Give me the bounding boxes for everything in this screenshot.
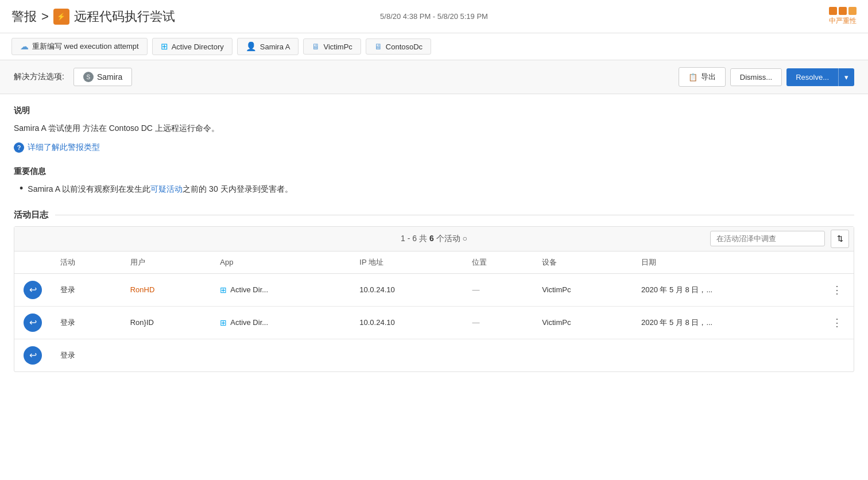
description-title: 说明 (14, 106, 854, 116)
time-range: 5/8/20 4:38 PM - 5/8/20 5:19 PM (380, 12, 488, 21)
toolbar: 解决方法选项: S Samira 📋 导出 Dismiss... Resolve… (0, 60, 868, 94)
row1-icon-cell: ↩ (14, 273, 51, 306)
row1-ip: 10.0.24.10 (350, 273, 463, 306)
learn-more-label: 详细了解此警报类型 (28, 142, 100, 153)
suspicious-activity-link[interactable]: 可疑活动 (150, 184, 183, 193)
th-device: 设备 (533, 251, 632, 274)
table-row: ↩ 登录 Ron}ID ⊞ Active Dir... (14, 306, 854, 339)
row2-more-button[interactable]: ⋮ (830, 317, 844, 328)
row3-ip (350, 339, 463, 371)
row3-more (820, 339, 854, 371)
row3-activity: 登录 (51, 339, 121, 371)
tab-samira[interactable]: 👤 Samira A (237, 38, 299, 55)
alert-icon: ⚡ (53, 9, 69, 25)
activity-section: 活动日志 1 - 6 共 6 个活动 ○ ⇅ (14, 210, 854, 372)
row1-location: — (463, 273, 533, 306)
row1-activity-icon: ↩ (24, 281, 42, 299)
spinner: ○ (462, 234, 467, 243)
row1-user[interactable]: RonHD (121, 273, 211, 306)
important-list: • Samira A 以前没有观察到在发生此可疑活动之前的 30 天内登录到受害… (14, 183, 854, 195)
tab-rewrite-label: 重新编写 wed execution attempt (32, 41, 139, 52)
windows-icon-ad: ⊞ (161, 41, 168, 52)
row3-user (121, 339, 211, 371)
title-area: 警报 > ⚡ 远程代码执行尝试 (11, 8, 175, 25)
th-app: App (211, 251, 350, 274)
resolve-button[interactable]: Resolve... (786, 68, 838, 86)
bullet-dot: • (20, 183, 23, 195)
important-item-0: Samira A 以前没有观察到在发生此可疑活动之前的 30 天内登录到受害者。 (28, 183, 292, 195)
th-user: 用户 (121, 251, 211, 274)
count-range: 1 - 6 共 6 个活动 (401, 234, 460, 243)
row1-device: VictimPc (533, 273, 632, 306)
row3-location (463, 339, 533, 371)
activity-table-wrapper: 1 - 6 共 6 个活动 ○ ⇅ 活动 用户 App (14, 226, 854, 372)
th-location: 位置 (463, 251, 533, 274)
description-text: Samira A 尝试使用 方法在 Contoso DC 上远程运行命令。 (14, 122, 854, 134)
tab-bar: ☁ 重新编写 wed execution attempt ⊞ Active Di… (0, 33, 868, 60)
learn-more-link[interactable]: ? 详细了解此警报类型 (14, 142, 854, 153)
th-date: 日期 (632, 251, 820, 274)
export-icon: 📋 (688, 73, 698, 82)
activity-search-input[interactable] (710, 231, 825, 246)
row3-app (211, 339, 350, 371)
row2-icon-cell: ↩ (14, 306, 51, 339)
activity-header-row: 活动日志 (14, 210, 854, 220)
page-header: 警报 > ⚡ 远程代码执行尝试 5/8/20 4:38 PM - 5/8/20 … (0, 0, 868, 33)
row1-more-button[interactable]: ⋮ (830, 284, 844, 296)
toolbar-right: 📋 导出 Dismiss... Resolve... ▾ (679, 67, 854, 87)
tab-ad-label: Active Directory (172, 42, 224, 51)
resolution-label: 解决方法选项: (14, 72, 64, 82)
activity-table-toolbar: 1 - 6 共 6 个活动 ○ ⇅ (14, 227, 854, 251)
activity-table-head: 活动 用户 App IP 地址 位置 设备 日期 (14, 251, 854, 274)
row2-ip: 10.0.24.10 (350, 306, 463, 339)
dismiss-button[interactable]: Dismiss... (730, 68, 782, 86)
windows-icon-row2: ⊞ (220, 318, 227, 327)
user-name: Samira (97, 72, 122, 82)
row3-activity-icon: ↩ (24, 346, 42, 365)
row3-icon-cell: ↩ (14, 339, 51, 371)
severity-dot-1 (829, 7, 837, 15)
help-icon: ? (14, 142, 24, 153)
alert-gt: > (41, 9, 49, 24)
tab-contosodc-label: ContosoDc (386, 42, 423, 51)
windows-icon-row1: ⊞ (220, 285, 227, 295)
list-item: • Samira A 以前没有观察到在发生此可疑活动之前的 30 天内登录到受害… (20, 183, 854, 195)
severity-area: 中严重性 (829, 7, 857, 26)
tab-rewrite[interactable]: ☁ 重新编写 wed execution attempt (11, 38, 148, 55)
th-actions (820, 251, 854, 274)
resolve-button-group: Resolve... ▾ (786, 68, 854, 86)
activity-table: 活动 用户 App IP 地址 位置 设备 日期 (14, 251, 854, 371)
important-title: 重要信息 (14, 167, 854, 177)
pc-icon-victim: 🖥 (312, 42, 320, 51)
row2-location: — (463, 306, 533, 339)
th-ip: IP 地址 (350, 251, 463, 274)
tab-contosodc[interactable]: 🖥 ContosoDc (366, 38, 431, 55)
row2-date: 2020 年 5 月 8 日，... (632, 306, 820, 339)
row1-date: 2020 年 5 月 8 日，... (632, 273, 820, 306)
user-tag[interactable]: S Samira (73, 68, 132, 86)
export-button[interactable]: 📋 导出 (679, 67, 726, 87)
row2-app: ⊞ Active Dir... (211, 306, 350, 339)
row2-device: VictimPc (533, 306, 632, 339)
activity-log-title: 活动日志 (14, 210, 48, 220)
severity-dot-2 (839, 7, 847, 15)
activity-table-body: ↩ 登录 RonHD ⊞ Active Dir... (14, 273, 854, 371)
export-label: 导出 (701, 72, 716, 82)
row2-app-name: Active Dir... (230, 318, 268, 327)
row2-activity-icon: ↩ (24, 313, 42, 332)
severity-label: 中严重性 (829, 16, 857, 26)
dismiss-label: Dismiss... (740, 73, 772, 82)
row3-device (533, 339, 632, 371)
resolve-dropdown-arrow[interactable]: ▾ (838, 68, 854, 86)
row1-user-link[interactable]: RonHD (130, 285, 155, 294)
activity-settings-button[interactable]: ⇅ (831, 230, 849, 248)
th-activity: 活动 (51, 251, 121, 274)
severity-dots (829, 7, 857, 15)
row2-user-text: Ron}ID (130, 318, 154, 327)
tab-active-directory[interactable]: ⊞ Active Directory (152, 38, 232, 55)
row1-more[interactable]: ⋮ (820, 273, 854, 306)
row2-more[interactable]: ⋮ (820, 306, 854, 339)
tab-victimpc[interactable]: 🖥 VictimPc (303, 38, 361, 55)
page-title: 远程代码执行尝试 (74, 8, 175, 25)
activity-count: 1 - 6 共 6 个活动 ○ (401, 234, 467, 244)
